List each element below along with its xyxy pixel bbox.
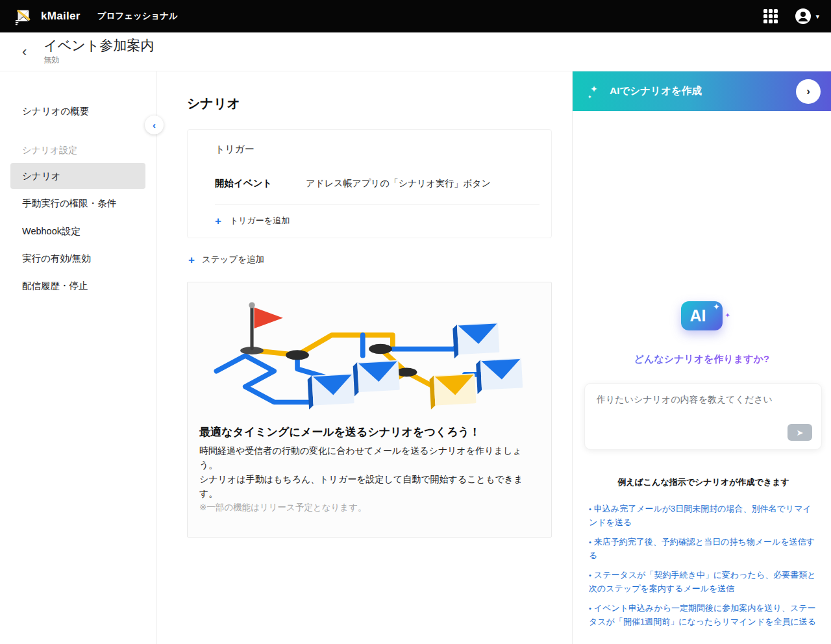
empty-state-title: 最適なタイミングにメールを送るシナリオをつくろう！ — [199, 425, 540, 440]
sparkle-icon: ✦ — [725, 312, 730, 319]
example-suggestion-link[interactable]: •イベント申込みから一定期間後に参加案内を送り、ステータスが「開催1週間前」にな… — [589, 601, 818, 628]
examples-title: 例えばこんな指示でシナリオが作成できます — [589, 477, 818, 488]
ai-intro-block: AI ✦ ✦ どんなシナリオを作りますか? — [573, 301, 831, 365]
plus-icon: + — [188, 254, 195, 266]
example-suggestion-link[interactable]: •ステータスが「契約手続き中」に変わったら、必要書類と次のステップを案内するメー… — [589, 568, 818, 595]
account-menu[interactable]: ▾ — [795, 8, 819, 25]
kmailer-logo-icon — [13, 6, 32, 26]
sidebar-section-label: シナリオ設定 — [10, 140, 145, 163]
ai-banner-open-button[interactable]: › — [796, 79, 821, 104]
sidebar-item-overview[interactable]: シナリオの概要 — [10, 99, 145, 124]
example-suggestion-link[interactable]: •来店予約完了後、予約確認と当日の持ち物メールを送信する — [589, 535, 818, 562]
ai-prompt-input[interactable] — [585, 384, 821, 449]
send-button[interactable]: ➤ — [788, 424, 812, 441]
example-suggestion-link[interactable]: •申込み完了メールが3日間未開封の場合、別件名でリマインドを送る — [589, 502, 818, 529]
status-badge: 無効 — [43, 55, 154, 66]
bullet-icon: • — [589, 571, 591, 579]
content-area: シナリオの概要 シナリオ設定 シナリオ 手動実行の権限・条件 Webhook設定… — [0, 71, 831, 644]
plus-icon: + — [215, 216, 221, 227]
topbar: kMailer プロフェッショナル ▾ — [0, 0, 831, 32]
sparkle-icon: ✦ — [713, 302, 720, 312]
sparkle-icon: ✦ ✦ — [589, 85, 602, 98]
main-panel: シナリオ トリガー 開始イベント アドレス帳アプリの「シナリオ実行」ボタン + … — [156, 71, 572, 644]
sidebar-collapse-button[interactable]: ‹ — [145, 116, 164, 134]
plan-label: プロフェッショナル — [97, 10, 178, 22]
empty-state-line1: 時間経過や受信者の行動の変化に合わせてメールを送るシナリオを作りましょう。 — [199, 443, 540, 472]
trigger-card: トリガー 開始イベント アドレス帳アプリの「シナリオ実行」ボタン + トリガーを… — [187, 129, 552, 238]
add-trigger-button[interactable]: + トリガーを追加 — [215, 215, 290, 227]
sidebar-item-history[interactable]: 配信履歴・停止 — [10, 273, 145, 299]
bullet-icon: • — [589, 538, 591, 546]
ai-question-text: どんなシナリオを作りますか? — [573, 353, 831, 365]
ai-assistant-panel: ✦ ✦ AIでシナリオを作成 › AI ✦ ✦ どんなシナリオを作りますか? ➤ — [572, 71, 831, 644]
ai-create-scenario-banner[interactable]: ✦ ✦ AIでシナリオを作成 › — [573, 71, 831, 111]
page-title: イベント参加案内 — [43, 38, 154, 53]
trigger-title: トリガー — [215, 143, 540, 156]
ai-banner-label: AIでシナリオを作成 — [610, 84, 702, 98]
caret-down-icon: ▾ — [815, 12, 819, 21]
ai-badge-icon: AI ✦ ✦ — [681, 301, 723, 330]
empty-state-note: ※一部の機能はリリース予定となります。 — [199, 502, 540, 514]
sidebar: シナリオの概要 シナリオ設定 シナリオ 手動実行の権限・条件 Webhook設定… — [0, 71, 156, 644]
scenario-flow-illustration — [214, 298, 525, 412]
sidebar-item-manual-exec[interactable]: 手動実行の権限・条件 — [10, 190, 145, 216]
sidebar-item-scenario[interactable]: シナリオ — [10, 163, 145, 189]
avatar-icon — [795, 8, 812, 25]
app-root: kMailer プロフェッショナル ▾ ‹ イベント参加案内 無効 シナリオの概… — [0, 0, 831, 644]
trigger-start-event-row: 開始イベント アドレス帳アプリの「シナリオ実行」ボタン — [215, 177, 540, 190]
apps-grid-icon[interactable] — [763, 9, 778, 23]
back-button[interactable]: ‹ — [17, 42, 32, 62]
ai-prompt-card: ➤ — [584, 383, 822, 450]
start-event-value: アドレス帳アプリの「シナリオ実行」ボタン — [306, 178, 491, 190]
page-header: ‹ イベント参加案内 無効 — [0, 32, 831, 71]
divider — [215, 204, 540, 205]
ai-examples-section: 例えばこんな指示でシナリオが作成できます •申込み完了メールが3日間未開封の場合… — [573, 477, 831, 628]
sidebar-item-webhook[interactable]: Webhook設定 — [10, 218, 145, 244]
start-event-label: 開始イベント — [215, 177, 306, 190]
sidebar-item-exec-toggle[interactable]: 実行の有効/無効 — [10, 245, 145, 271]
brand-name: kMailer — [41, 10, 81, 23]
empty-state-line2: シナリオは手動はもちろん、トリガーを設定して自動で開始することもできます。 — [199, 472, 540, 501]
section-heading: シナリオ — [187, 95, 552, 112]
bullet-icon: • — [589, 604, 591, 612]
scenario-empty-state-card: 最適なタイミングにメールを送るシナリオをつくろう！ 時間経過や受信者の行動の変化… — [187, 282, 552, 538]
bullet-icon: • — [589, 505, 591, 513]
add-step-button[interactable]: + ステップを追加 — [188, 254, 264, 266]
